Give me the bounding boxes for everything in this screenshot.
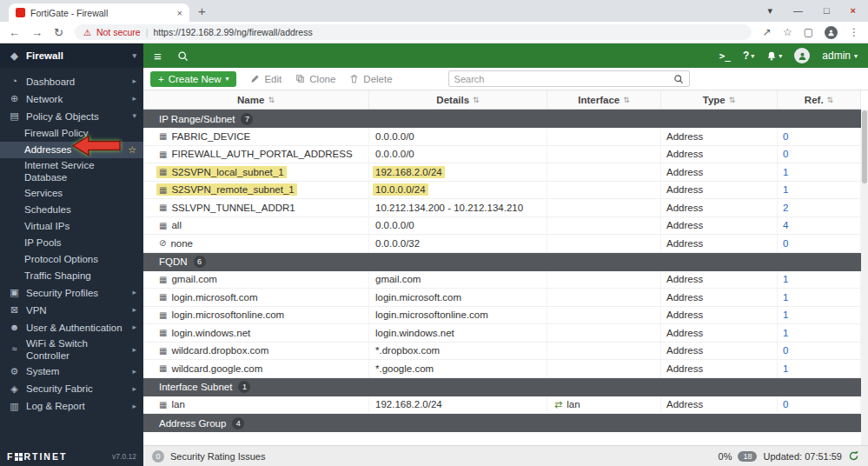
bookmark-star-icon[interactable]: ☆	[783, 26, 792, 38]
side-panel-icon[interactable]: ▢	[804, 26, 813, 38]
sidebar-item-services[interactable]: Services	[0, 185, 143, 202]
sidebar-item-security-profiles[interactable]: ▣ Security Profiles ▸	[0, 284, 143, 302]
sidebar: ◆ Firewall ▾ ◔ Dashboard ▸ ⊕ Network ▸ ▤…	[0, 43, 143, 466]
clone-button[interactable]: Clone	[295, 74, 335, 84]
table-row[interactable]: ▦wildcard.google.com *.google.com Addres…	[143, 360, 861, 378]
new-tab-button[interactable]: +	[198, 3, 206, 18]
sidebar-root-firewall[interactable]: ◆ Firewall ▾	[0, 43, 143, 68]
cli-console-icon[interactable]: >_	[719, 50, 731, 62]
ref-link[interactable]: 1	[783, 184, 788, 195]
table-row[interactable]: ▦gmail.com gmail.com Address 1	[143, 271, 861, 290]
ref-link[interactable]: 0	[783, 238, 788, 249]
minimize-button[interactable]: —	[793, 5, 803, 17]
table-row[interactable]: ⊘none 0.0.0.0/32 Address 0	[143, 235, 861, 253]
ref-link[interactable]: 1	[783, 363, 788, 374]
browser-profile-avatar[interactable]	[825, 26, 838, 39]
group-header-row[interactable]: FQDN 6	[143, 253, 861, 271]
column-header-type[interactable]: Type⇅	[661, 90, 778, 109]
browser-tabstrip: FortiGate - Firewall × + ▾ — □ ×	[0, 0, 868, 22]
ref-link[interactable]: 1	[783, 328, 788, 338]
ref-link[interactable]: 0	[783, 131, 788, 142]
ref-cell: 0	[778, 128, 861, 145]
ref-link[interactable]: 0	[783, 399, 788, 409]
sidebar-item-system[interactable]: ⚙ System ▸	[0, 363, 143, 381]
address-type-icon: ▦	[159, 185, 167, 195]
firmware-version: v7.0.12	[112, 452, 136, 461]
table-row[interactable]: ▦login.microsoft.com login.microsoft.com…	[143, 289, 861, 307]
group-header-row[interactable]: Address Group 4	[143, 414, 861, 432]
browser-menu-icon[interactable]: ⋮	[849, 26, 859, 38]
search-input[interactable]	[454, 74, 673, 84]
window-close-button[interactable]: ×	[851, 5, 856, 17]
sidebar-item-protocol-options[interactable]: Protocol Options	[0, 251, 143, 268]
table-row[interactable]: ▦wildcard.dropbox.com *.dropbox.com Addr…	[143, 343, 861, 361]
table-row[interactable]: ▦lan 192.168.2.0/24 ⇄lan Address 0	[143, 396, 861, 415]
table-row[interactable]: ▦login.windows.net login.windows.net Add…	[143, 324, 861, 343]
url-box[interactable]: ⚠ Not secure | https://192.168.2.99/ng/f…	[75, 24, 752, 40]
ref-link[interactable]: 1	[783, 292, 788, 303]
forward-button[interactable]: →	[31, 26, 43, 39]
issues-label[interactable]: Security Rating Issues	[170, 451, 265, 462]
table-row[interactable]: ▦FIREWALL_AUTH_PORTAL_ADDRESS 0.0.0.0/0 …	[143, 146, 861, 164]
name-cell: ▦gmail.com	[143, 271, 369, 289]
admin-menu[interactable]: admin▾	[822, 50, 858, 62]
ref-link[interactable]: 0	[783, 149, 788, 159]
sidebar-item-traffic-shaping[interactable]: Traffic Shaping	[0, 268, 143, 284]
maximize-button[interactable]: □	[824, 5, 830, 17]
interface-cell	[547, 271, 661, 289]
trash-icon	[349, 74, 359, 83]
ref-link[interactable]: 1	[783, 274, 788, 284]
table-row[interactable]: ▦login.microsoftonline.com login.microso…	[143, 307, 861, 325]
sort-icon: ⇅	[268, 96, 275, 104]
menu-icon: ☻	[9, 322, 20, 334]
scrollbar-thumb[interactable]	[862, 110, 867, 183]
column-header-ref[interactable]: Ref.⇅	[778, 90, 861, 109]
sidebar-item-user-authentication[interactable]: ☻ User & Authentication ▸	[0, 319, 143, 336]
edit-button[interactable]: Edit	[250, 74, 282, 84]
create-new-button[interactable]: + Create New ▾	[150, 71, 236, 87]
sidebar-item-schedules[interactable]: Schedules	[0, 202, 143, 218]
notifications-bell-icon[interactable]: ▾	[766, 50, 782, 62]
column-header-name[interactable]: Name⇅	[143, 90, 369, 109]
sidebar-item-security-fabric[interactable]: ◈ Security Fabric ▸	[0, 381, 143, 398]
ref-link[interactable]: 4	[783, 220, 788, 230]
sidebar-item-dashboard[interactable]: ◔ Dashboard ▸	[0, 73, 143, 90]
refresh-icon[interactable]	[848, 450, 859, 462]
back-button[interactable]: ←	[9, 26, 20, 39]
delete-button[interactable]: Delete	[349, 74, 392, 84]
fortinet-favicon	[16, 8, 25, 17]
column-header-interface[interactable]: Interface⇅	[547, 90, 661, 109]
table-row[interactable]: ▦all 0.0.0.0/0 Address 4	[143, 217, 861, 236]
ref-link[interactable]: 2	[783, 203, 788, 213]
table-row[interactable]: ▦S2SVPN_remote_subnet_1 10.0.0.0/24 Addr…	[143, 182, 861, 200]
table-row[interactable]: ▦FABRIC_DEVICE 0.0.0.0/0 Address 0	[143, 128, 861, 146]
sidebar-item-vpn[interactable]: ⊠ VPN ▸	[0, 302, 143, 319]
sidebar-item-log-report[interactable]: ▥ Log & Report ▸	[0, 398, 143, 416]
sidebar-item-network[interactable]: ⊕ Network ▸	[0, 90, 143, 108]
sidebar-item-wifi-switch-controller[interactable]: ≈ WiFi & Switch Controller ▸	[0, 336, 143, 363]
admin-avatar[interactable]	[794, 48, 810, 63]
global-search-icon[interactable]	[177, 50, 189, 62]
table-row[interactable]: ▦SSLVPN_TUNNEL_ADDR1 10.212.134.200 - 10…	[143, 199, 861, 217]
share-icon[interactable]: ↗	[763, 26, 772, 38]
column-header-details[interactable]: Details⇅	[369, 90, 547, 109]
sidebar-item-policy-objects[interactable]: ▤ Policy & Objects ▾	[0, 108, 143, 125]
sidebar-item-ip-pools[interactable]: IP Pools	[0, 235, 143, 251]
group-header-row[interactable]: IP Range/Subnet 7	[143, 110, 861, 128]
help-icon[interactable]: ?▾	[743, 50, 754, 62]
ref-link[interactable]: 1	[783, 310, 788, 320]
tab-close-icon[interactable]: ×	[177, 8, 182, 18]
collapse-menu-icon[interactable]: ≡	[154, 49, 162, 63]
ref-link[interactable]: 0	[783, 345, 788, 356]
sidebar-item-virtual-ips[interactable]: Virtual IPs	[0, 218, 143, 235]
table-search-box[interactable]	[448, 70, 690, 87]
favorite-star-icon[interactable]: ☆	[128, 144, 136, 156]
vertical-scrollbar[interactable]	[861, 110, 868, 445]
table-row[interactable]: ▦S2SVPN_local_subnet_1 192.168.2.0/24 Ad…	[143, 163, 861, 182]
browser-tab[interactable]: FortiGate - Firewall ×	[9, 3, 189, 22]
tab-search-icon[interactable]: ▾	[767, 5, 772, 17]
ref-link[interactable]: 1	[783, 167, 788, 177]
reload-button[interactable]: ↻	[54, 26, 63, 39]
group-header-row[interactable]: Interface Subnet 1	[143, 378, 861, 396]
sidebar-item-internet-service-database[interactable]: Internet Service Database	[0, 158, 143, 185]
